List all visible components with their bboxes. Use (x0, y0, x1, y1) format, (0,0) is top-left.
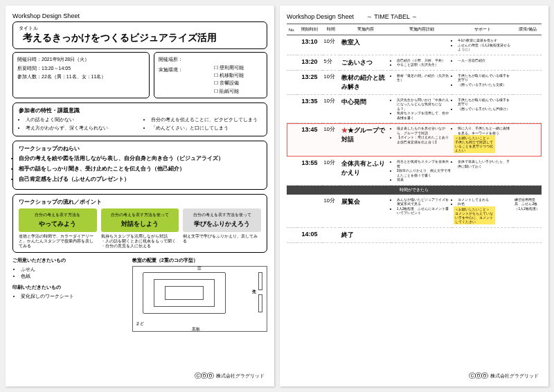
col: 実施内容詳細 (391, 24, 452, 35)
list-item: ふせん (21, 266, 125, 273)
right-sheet: Workshop Design Sheet ～ TIME TABEL ～ No.… (280, 6, 548, 386)
list-item: 変化探しのワークシート (21, 293, 125, 300)
table-row: 10分展覧会みんなが描いたビジュアライズを展覧形式で見る1人2枚程度、ふせんにコ… (287, 195, 542, 228)
date-label: 開催日時： (17, 57, 42, 62)
sheet-header: Workshop Design Sheet (12, 12, 267, 21)
section-characteristics: 参加者の特性・課題意識 人の話をよく聞かない 考え方がわからず、深く考えられない… (12, 103, 267, 137)
flow-card: 自分の考えを表す方法を使って 学びをふりかえろう (183, 208, 261, 232)
flow-note: 道徳と学活の時間で、カラーダイアリーと、かんたんスタンプで授業内容を表してみる (19, 234, 97, 249)
list-item: 考え方がわからず、深く考えられない (26, 125, 136, 132)
count-value: 22名（男：11名、女：11名） (42, 74, 106, 79)
date-value: 2021年9月28日（火） (42, 57, 89, 62)
footer: ⓒⓞⓞ 株式会社グラグリッド (469, 371, 539, 381)
list-item: 色紙 (21, 273, 125, 280)
layout-sketch: 窓 先生 黒板 まど (132, 266, 267, 332)
title-text: 考えるきっかけをつくるビジュアライズ活用 (19, 32, 261, 44)
section-aim: ワークショップのねらい 自分の考えを絵や図を活用しながら表し、自分自身と向き合う… (12, 141, 267, 189)
meta-row: 開催日時：2021年9月28日（火） 所要時間：13:20～14:05 参加人数… (12, 52, 267, 98)
meta-left: 開催日時：2021年9月28日（火） 所要時間：13:20～14:05 参加人数… (12, 52, 150, 98)
cc-icon: ⓒⓞⓞ (195, 371, 213, 381)
section-title: ワークショップの流れ／ポイント (19, 198, 261, 206)
duration-value: 13:20～14:05 (42, 66, 71, 71)
bottom-row: ご用意いただきたいもの ふせん 色紙 印刷いただきたいもの 変化探しのワークシー… (12, 257, 267, 332)
timetable: No. 開始時刻 時間 実施内容 実施内容詳細 サポート 環境/備品 13:10… (287, 24, 542, 243)
table-row: 13:4510分★★グループで対話描き表したものを見せ合いながら、グループで対話… (287, 123, 542, 157)
table-row: 13:3510分中心発問矢沢先生から問いかけ「中身の人になったらどんな気持ちにな… (287, 94, 542, 123)
optional-bar: 時間ができたら (287, 186, 542, 195)
print-title: 印刷いただきたいもの (12, 284, 125, 291)
duration-label: 所要時間： (17, 66, 42, 71)
title-label: タイトル (19, 25, 261, 32)
section-flow: ワークショップの流れ／ポイント 自分の考えを表す方法を やってみよう 自分の考え… (12, 194, 267, 253)
col: 環境/備品 (513, 24, 542, 35)
env-opt: ☐ 貼紙可能 (214, 87, 262, 95)
list-item: 相手の話をしっかり聞き、受け止めたことを伝え合う（他己紹介） (19, 165, 261, 174)
list-item: 自分の考えを伝えることに、ビクビクしてしまう (151, 116, 261, 123)
footer-company: 株式会社グラグリッド (216, 373, 265, 380)
env-options: ☐ 壁利用可能 ☐ 机移動可能 ☐ 音響設備 ☐ 貼紙可能 (214, 64, 262, 95)
flow-note: 気持ちスタンプを活用しながら対話 ・人の話を聞くときに視点をもって聞く ・自分の… (101, 234, 179, 249)
cc-icon: ⓒⓞⓞ (469, 371, 488, 381)
list-item: 自己肯定感を上げる（ふせんのプレゼント） (19, 175, 261, 184)
env-opt: ☐ 壁利用可能 (214, 64, 262, 71)
footer-company: 株式会社グラグリッド (490, 373, 539, 380)
env-label: 実施環境： (159, 66, 207, 73)
left-sheet: Workshop Design Sheet タイトル 考えるきっかけをつくるビジ… (6, 6, 274, 386)
layout-title: 教室の配置（2重のコの字型） (132, 257, 267, 264)
flow-card: 自分の考えを表す方法を使って 対話をしよう (101, 208, 179, 232)
meta-right: 開催場所： 実施環境： ☐ 壁利用可能 ☐ 机移動可能 ☐ 音響設備 ☐ 貼紙可… (154, 52, 267, 98)
place-label: 開催場所： (159, 55, 207, 63)
sticky-note: ＜お願いしたいこと＞コメントがもらえていない子を中心に、コメントしてください (454, 206, 495, 224)
sticky-note: ＜お願いしたいこと＞子供たち同士で対話していることを見守りつつ伝えたい (454, 135, 495, 153)
supply-title: ご用意いただきたいもの (12, 257, 125, 264)
table-row: 13:2510分教材の紹介と読み解き教材「最足の朝」の紹介（矢沢先生）子供たちが… (287, 70, 542, 94)
col: サポート (452, 24, 513, 35)
timetable-header: Workshop Design Sheet ～ TIME TABEL ～ (287, 12, 542, 24)
table-row: 13:205分ごあいさつ自己紹介（小野、川村、平村）やること説明（矢沢先生）一人… (287, 55, 542, 70)
table-row: 13:1010分教室入4-1の教室に楽器を借らすふせんの用意（1人2枚程度貸せる… (287, 35, 542, 55)
table-row: 14:05終了 (287, 227, 542, 242)
section-title: 参加者の特性・課題意識 (19, 107, 261, 114)
list-item: 人の話をよく聞かない (26, 116, 136, 123)
footer: ⓒⓞⓞ 株式会社グラグリッド (195, 371, 265, 381)
list-item: 自分の考えを絵や図を活用しながら表し、自分自身と向き合う（ビジュアライズ） (19, 154, 261, 163)
count-label: 参加人数： (17, 74, 42, 79)
table-row: 13:5510分全体共有とふりかえり何名とか気持ちスタンプを全体共有3段目のふり… (287, 157, 542, 186)
col: 時間 (323, 24, 341, 35)
col: No. (287, 24, 297, 35)
section-title: ワークショップのねらい (19, 145, 261, 152)
env-opt: ☐ 音響設備 (214, 79, 262, 87)
col: 開始時刻 (297, 24, 323, 35)
title-box: タイトル 考えるきっかけをつくるビジュアライズ活用 (12, 21, 267, 49)
list-item: 「めんどくさい」と口にしてしまう (151, 125, 261, 132)
flow-card: 自分の考えを表す方法を やってみよう (19, 208, 97, 232)
flow-note: 例え文字で学びをふりかえり、表してみる (183, 234, 261, 249)
col: 実施内容 (340, 24, 391, 35)
env-opt: ☐ 机移動可能 (214, 71, 262, 79)
